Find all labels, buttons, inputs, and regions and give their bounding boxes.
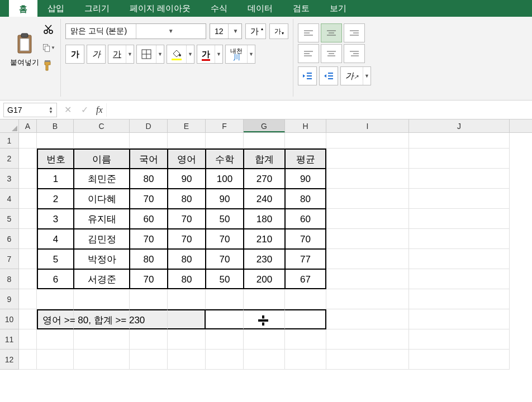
row-header-10[interactable]: 10 [0, 309, 19, 329]
cell[interactable] [206, 350, 244, 370]
cell[interactable]: 240 [244, 189, 285, 209]
cell[interactable] [409, 209, 510, 229]
cell[interactable]: 유지태 [74, 209, 130, 229]
col-header-B[interactable]: B [37, 119, 74, 132]
cell[interactable] [409, 350, 510, 370]
cell[interactable]: 70 [206, 249, 244, 269]
col-header-E[interactable]: E [168, 119, 206, 132]
chevron-down-icon[interactable]: ▼ [247, 45, 255, 63]
cell[interactable]: 200 [244, 269, 285, 289]
cell[interactable]: 80 [130, 169, 168, 189]
cell[interactable]: 70 [130, 189, 168, 209]
cell[interactable] [285, 309, 326, 329]
cell[interactable] [409, 189, 510, 209]
cell[interactable] [285, 329, 326, 350]
cell[interactable] [409, 149, 510, 169]
row-header-8[interactable]: 8 [0, 269, 19, 289]
cell[interactable]: 60 [130, 209, 168, 229]
cell[interactable] [19, 309, 37, 329]
cell[interactable] [409, 329, 510, 350]
cell[interactable]: 영어 [168, 149, 206, 169]
cell[interactable]: 80 [168, 249, 206, 269]
cell[interactable]: 70 [206, 229, 244, 249]
font-color-button[interactable]: 가 ▼ [197, 45, 223, 64]
font-size-combo[interactable]: 12 ▼ [210, 23, 242, 39]
cell[interactable] [326, 229, 409, 249]
row-header-1[interactable]: 1 [0, 133, 19, 149]
align-right[interactable] [344, 44, 365, 63]
align-top-center[interactable] [321, 23, 342, 42]
formula-input[interactable] [106, 103, 532, 117]
cell[interactable]: 50 [206, 209, 244, 229]
cell[interactable]: 77 [285, 249, 326, 269]
row-header-4[interactable]: 4 [0, 189, 19, 209]
tab-data[interactable]: 데이터 [238, 0, 283, 17]
align-top-left[interactable] [298, 23, 319, 42]
row-header-7[interactable]: 7 [0, 249, 19, 269]
col-header-D[interactable]: D [130, 119, 168, 132]
select-all-corner[interactable] [0, 119, 19, 132]
format-painter-button[interactable] [41, 58, 56, 73]
cancel-formula-button[interactable]: ✕ [59, 104, 76, 115]
cell[interactable] [244, 350, 285, 370]
cell[interactable]: 80 [168, 269, 206, 289]
grow-font-button[interactable]: 가▴ [245, 23, 266, 39]
cell[interactable] [244, 289, 285, 309]
cell[interactable] [206, 133, 244, 149]
cell[interactable] [409, 289, 510, 309]
cell[interactable]: 국어 [130, 149, 168, 169]
cell[interactable] [19, 149, 37, 169]
cell[interactable]: 90 [285, 169, 326, 189]
fx-label[interactable]: fx [93, 105, 106, 115]
cell[interactable] [409, 249, 510, 269]
tab-review[interactable]: 검토 [283, 0, 320, 17]
cell[interactable]: 박정아 [74, 249, 130, 269]
cell[interactable] [19, 209, 37, 229]
col-header-C[interactable]: C [74, 119, 130, 132]
cell[interactable] [326, 329, 409, 350]
cell[interactable] [409, 229, 510, 249]
cell[interactable]: 합계 [244, 149, 285, 169]
cell[interactable] [244, 309, 285, 329]
cell[interactable] [19, 169, 37, 189]
row-header-11[interactable]: 11 [0, 329, 19, 350]
cell[interactable]: 210 [244, 229, 285, 249]
cell[interactable]: 70 [168, 209, 206, 229]
cell[interactable]: 230 [244, 249, 285, 269]
cell[interactable] [19, 269, 37, 289]
cell[interactable] [206, 289, 244, 309]
tab-page-layout[interactable]: 페이지 레이아웃 [120, 0, 201, 17]
decrease-indent-button[interactable] [298, 66, 317, 85]
cell[interactable] [326, 189, 409, 209]
cell[interactable]: 70 [130, 269, 168, 289]
row-header-12[interactable]: 12 [0, 350, 19, 370]
cell[interactable]: 67 [285, 269, 326, 289]
cell[interactable]: 6 [37, 269, 74, 289]
cell[interactable] [74, 289, 130, 309]
cell[interactable] [244, 133, 285, 149]
cell[interactable]: 김민정 [74, 229, 130, 249]
cell[interactable]: 80 [168, 189, 206, 209]
row-header-3[interactable]: 3 [0, 169, 19, 189]
phonetic-button[interactable]: 내천 川 ▼ [225, 45, 255, 64]
cell[interactable] [326, 289, 409, 309]
chevron-down-icon[interactable]: ▼ [136, 24, 206, 39]
cell[interactable] [130, 350, 168, 370]
col-header-H[interactable]: H [285, 119, 326, 132]
chevron-down-icon[interactable]: ▼ [186, 45, 194, 63]
paste-button[interactable]: 붙여넣기 [9, 22, 40, 70]
cell[interactable] [326, 149, 409, 169]
cell[interactable] [130, 289, 168, 309]
cell[interactable] [19, 133, 37, 149]
cell[interactable]: 90 [168, 169, 206, 189]
cell[interactable]: 서경준 [74, 269, 130, 289]
cell[interactable] [37, 350, 74, 370]
cell[interactable]: 50 [206, 269, 244, 289]
name-box[interactable]: G17 ▲▼ [3, 103, 57, 117]
cell[interactable]: 90 [206, 189, 244, 209]
cell[interactable] [19, 249, 37, 269]
cell[interactable]: 최민준 [74, 169, 130, 189]
cell[interactable] [130, 133, 168, 149]
bold-button[interactable]: 가 [65, 45, 84, 64]
cell[interactable]: 70 [168, 229, 206, 249]
